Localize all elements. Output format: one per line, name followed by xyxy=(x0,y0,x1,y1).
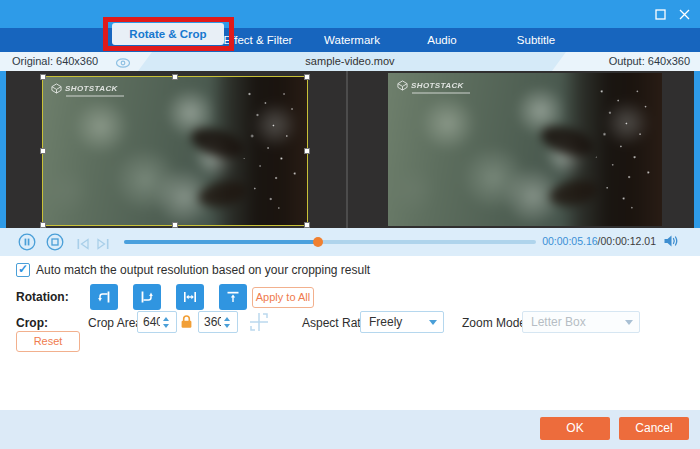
video-preview-output: SHOTSTACK xyxy=(388,73,662,226)
stepper-arrows[interactable] xyxy=(163,317,169,328)
maximize-icon[interactable] xyxy=(652,6,668,22)
preview-area: SHOTSTACK xyxy=(0,71,700,228)
tab-subtitle[interactable]: Subtitle xyxy=(517,28,555,52)
aspect-ratio-value: Freely xyxy=(369,315,402,329)
zoom-mode-dropdown: Letter Box xyxy=(522,311,640,333)
stepper-arrows[interactable] xyxy=(224,317,230,328)
watermark-tagline xyxy=(412,92,470,94)
rotate-right-button[interactable] xyxy=(133,284,161,310)
rotation-label: Rotation: xyxy=(16,290,69,304)
chevron-down-icon xyxy=(625,320,633,325)
video-preview-source: SHOTSTACK xyxy=(42,76,308,226)
app-window: Rotate & Crop Effect & Filter Watermark … xyxy=(0,0,700,449)
auto-match-checkbox[interactable] xyxy=(16,263,30,277)
progress-fill xyxy=(124,240,318,244)
total-time: 00:00:12.01 xyxy=(601,235,656,247)
video-filename: sample-video.mov xyxy=(0,52,700,71)
preview-right-margin xyxy=(694,71,700,228)
preview-divider xyxy=(346,71,348,228)
flip-horizontal-button[interactable] xyxy=(176,284,204,310)
next-frame-icon[interactable] xyxy=(96,236,114,254)
auto-match-label: Auto match the output resolution based o… xyxy=(36,263,370,277)
flip-vertical-button[interactable] xyxy=(219,284,247,310)
output-resolution-label: Output: 640x360 xyxy=(609,52,690,71)
crop-label: Crop: xyxy=(16,316,48,330)
reset-button[interactable]: Reset xyxy=(16,331,80,352)
aspect-lock-icon[interactable] xyxy=(180,314,193,333)
crop-handle[interactable] xyxy=(304,74,310,80)
time-display: 00:00:05.16/00:00:12.01 xyxy=(542,235,656,247)
crop-handle[interactable] xyxy=(172,74,178,80)
cancel-button[interactable]: Cancel xyxy=(619,417,689,440)
settings-panel: Auto match the output resolution based o… xyxy=(0,256,700,410)
annotation-highlight-box xyxy=(103,17,234,51)
tab-watermark[interactable]: Watermark xyxy=(324,28,380,52)
aspect-ratio-dropdown[interactable]: Freely xyxy=(360,311,444,333)
tab-audio[interactable]: Audio xyxy=(427,28,456,52)
stop-button[interactable] xyxy=(46,233,64,251)
progress-slider[interactable] xyxy=(124,240,536,244)
zoom-mode-label: Zoom Mode: xyxy=(462,316,529,330)
stepper-up-icon[interactable] xyxy=(163,317,169,321)
crop-width-stepper[interactable] xyxy=(137,311,177,333)
watermark-text: SHOTSTACK xyxy=(411,81,464,90)
crop-region[interactable] xyxy=(42,76,308,226)
crop-handle[interactable] xyxy=(304,148,310,154)
crop-handle[interactable] xyxy=(40,148,46,154)
pause-button[interactable] xyxy=(18,233,36,251)
stepper-down-icon[interactable] xyxy=(163,324,169,328)
preview-left-margin xyxy=(0,71,6,228)
ok-button[interactable]: OK xyxy=(540,417,610,440)
progress-handle[interactable] xyxy=(313,237,323,247)
info-bar: Original: 640x360 sample-video.mov Outpu… xyxy=(0,52,700,71)
close-icon[interactable] xyxy=(676,6,692,22)
apply-to-all-button[interactable]: Apply to All xyxy=(252,287,314,308)
crop-center-icon[interactable] xyxy=(246,309,272,339)
playback-bar: 00:00:05.16/00:00:12.01 xyxy=(0,228,700,256)
volume-icon[interactable] xyxy=(663,234,680,252)
video-frame: SHOTSTACK xyxy=(388,73,662,226)
watermark: SHOTSTACK xyxy=(397,80,464,91)
previous-frame-icon[interactable] xyxy=(76,236,94,254)
footer-bar: OK Cancel xyxy=(0,410,700,449)
chevron-down-icon xyxy=(429,320,437,325)
crop-width-input[interactable] xyxy=(138,314,162,330)
stepper-up-icon[interactable] xyxy=(224,317,230,321)
crop-height-stepper[interactable] xyxy=(198,311,238,333)
crop-height-input[interactable] xyxy=(199,314,223,330)
stepper-down-icon[interactable] xyxy=(224,324,230,328)
crop-handle[interactable] xyxy=(40,74,46,80)
zoom-mode-value: Letter Box xyxy=(531,315,586,329)
shotstack-logo-icon xyxy=(397,80,408,91)
current-time: 00:00:05.16 xyxy=(542,235,597,247)
rotate-left-button[interactable] xyxy=(90,284,118,310)
tab-bar: Rotate & Crop Effect & Filter Watermark … xyxy=(0,28,700,52)
